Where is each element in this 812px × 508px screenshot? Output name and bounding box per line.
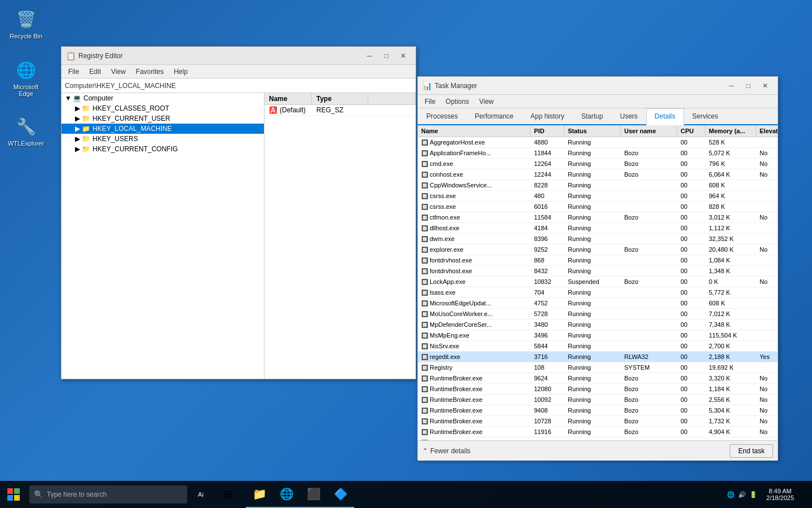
taskman-menu-file[interactable]: File [420, 97, 440, 107]
taskman-menu-view[interactable]: View [475, 97, 498, 107]
task-manager-close-button[interactable]: ✕ [757, 79, 773, 93]
taskbar-search-box[interactable]: 🔍 [29, 485, 187, 503]
proc-user: Bozo [621, 405, 677, 415]
registry-address-bar[interactable]: Computer\HKEY_LOCAL_MACHINE [61, 78, 416, 93]
tab-performance[interactable]: Performance [466, 108, 522, 124]
registry-tree[interactable]: ▼ 💻 Computer ▶ 📁 HKEY_CLASSES_ROOT ▶ 📁 H… [61, 93, 264, 379]
tray-battery-icon[interactable]: 🔋 [749, 491, 757, 498]
table-row[interactable]: 🔲regedit.exe 3716 Running RLWA32 00 2,18… [418, 352, 778, 362]
table-row[interactable]: 🔲LockApp.exe 10832 Suspended Bozo 00 0 K… [418, 277, 778, 287]
table-row[interactable]: 🔲RuntimeBroker.exe 9624 Running Bozo 00 … [418, 373, 778, 384]
table-row[interactable]: 🔲RuntimeBroker.exe 10728 Running Bozo 00… [418, 416, 778, 427]
table-row[interactable]: 🔲CppWindowsService... 8228 Running 00 60… [418, 180, 778, 191]
col-header-status[interactable]: Status [564, 125, 621, 137]
taskbar-task-view[interactable]: ⊞ [214, 481, 241, 508]
tree-folder-users: 📁 [82, 135, 90, 143]
tab-services[interactable]: Services [684, 108, 727, 124]
registry-close-button[interactable]: ✕ [395, 49, 411, 63]
registry-menu-favorites[interactable]: Favorites [131, 67, 168, 77]
search-input[interactable] [47, 491, 171, 498]
tree-item-users[interactable]: ▶ 📁 HKEY_USERS [61, 134, 264, 144]
taskman-menu-options[interactable]: Options [441, 97, 473, 107]
registry-menu-edit[interactable]: Edit [85, 67, 105, 77]
tab-users[interactable]: Users [611, 108, 646, 124]
table-row[interactable]: 🔲ctfmon.exe 11584 Running Bozo 00 3,012 … [418, 212, 778, 223]
tab-app-history[interactable]: App history [522, 108, 573, 124]
proc-status: Running [564, 341, 621, 351]
taskbar-app-terminal[interactable]: ⬛ [300, 481, 327, 508]
table-row[interactable]: 🔲AggregatorHost.exe 4880 Running 00 528 … [418, 137, 778, 148]
table-row[interactable]: 🔲MoUsoCoreWorker.e... 5728 Running 00 7,… [418, 309, 778, 319]
task-manager-minimize-button[interactable]: ─ [723, 79, 739, 93]
registry-maximize-button[interactable]: □ [378, 49, 394, 63]
start-button[interactable] [0, 481, 27, 508]
tray-sound-icon[interactable]: 🔊 [738, 491, 746, 498]
fewer-details-button[interactable]: ⌃ Fewer details [422, 447, 470, 455]
taskbar-app-file-explorer[interactable]: 📁 [246, 481, 273, 508]
table-row[interactable]: 🔲lsass.exe 704 Running 00 5,772 K [418, 287, 778, 298]
table-row[interactable]: 🔲fontdrvhost.exe 868 Running 00 1,084 K [418, 255, 778, 266]
tree-item-computer[interactable]: ▼ 💻 Computer [61, 93, 264, 103]
desktop-icon-edge[interactable]: 🌐 Microsoft Edge [6, 56, 46, 99]
registry-minimize-button[interactable]: ─ [361, 49, 377, 63]
registry-titlebar[interactable]: 📋 Registry Editor ─ □ ✕ [61, 47, 416, 65]
col-header-memory[interactable]: Memory (a... [705, 125, 756, 137]
taskbar-app-edge[interactable]: 🌐 [273, 481, 300, 508]
table-row[interactable]: 🔲Registry 108 Running SYSTEM 00 19,692 K [418, 362, 778, 373]
task-manager-scroll-area[interactable]: 🔲AggregatorHost.exe 4880 Running 00 528 … [418, 137, 778, 440]
table-row[interactable]: 🔲NisSrv.exe 5844 Running 00 2,700 K [418, 341, 778, 352]
end-task-button[interactable]: End task [730, 444, 773, 458]
table-row[interactable]: 🔲SearchApp.exe 9308 Suspended Bozo 00 0 … [418, 437, 778, 440]
table-row[interactable]: 🔲MpDefenderCoreSer... 3480 Running 00 7,… [418, 319, 778, 330]
table-row[interactable]: 🔲csrss.exe 480 Running 00 964 K [418, 191, 778, 202]
col-header-elevated[interactable]: Elevated [756, 125, 778, 137]
tab-startup[interactable]: Startup [573, 108, 612, 124]
table-row[interactable]: 🔲RuntimeBroker.exe 12080 Running Bozo 00… [418, 384, 778, 395]
registry-menu-help[interactable]: Help [169, 67, 192, 77]
task-manager-maximize-button[interactable]: □ [740, 79, 756, 93]
proc-cpu: 00 [677, 148, 705, 158]
tree-item-classes-root[interactable]: ▶ 📁 HKEY_CLASSES_ROOT [61, 103, 264, 113]
tab-details[interactable]: Details [646, 108, 684, 125]
task-manager-titlebar[interactable]: 📊 Task Manager ─ □ ✕ [418, 77, 778, 95]
table-row[interactable]: 🔲ApplicationFrameHo... 11844 Running Boz… [418, 148, 778, 159]
proc-status: Suspended [564, 437, 621, 440]
taskbar-ai-button[interactable]: Ai [187, 481, 214, 508]
table-row[interactable]: 🔲csrss.exe 6016 Running 00 828 K [418, 202, 778, 212]
col-header-pid[interactable]: PID [531, 125, 564, 137]
tree-item-current-user[interactable]: ▶ 📁 HKEY_CURRENT_USER [61, 113, 264, 124]
proc-name: 🔲RuntimeBroker.exe [418, 427, 531, 437]
tree-item-current-config[interactable]: ▶ 📁 HKEY_CURRENT_CONFIG [61, 144, 264, 154]
proc-memory: 964 K [705, 191, 756, 201]
col-header-username[interactable]: User name [621, 125, 677, 137]
table-row[interactable]: 🔲fontdrvhost.exe 8432 Running 00 1,348 K [418, 266, 778, 277]
table-row[interactable]: 🔲dwm.exe 8396 Running 00 32,352 K [418, 234, 778, 244]
table-row[interactable]: 🔲MicrosoftEdgeUpdat... 4752 Running 00 6… [418, 298, 778, 309]
table-row[interactable]: 🔲RuntimeBroker.exe 9408 Running Bozo 00 … [418, 405, 778, 416]
table-row[interactable]: 🔲RuntimeBroker.exe 11916 Running Bozo 00… [418, 427, 778, 437]
table-row[interactable]: 🔲dllhost.exe 4184 Running 00 1,112 K [418, 223, 778, 234]
registry-value-row-default[interactable]: 🅰️ (Default) REG_SZ [264, 105, 416, 116]
show-desktop-button[interactable] [798, 481, 812, 508]
proc-user: Bozo [621, 159, 677, 169]
desktop-icon-wtlexplorer[interactable]: 🔧 WTLExplorer [6, 113, 46, 149]
proc-pid: 9252 [531, 244, 564, 255]
table-row[interactable]: 🔲MsMpEng.exe 3496 Running 00 115,504 K [418, 330, 778, 341]
taskbar-clock[interactable]: 8:49 AM 2/18/2025 [762, 488, 798, 501]
table-row[interactable]: 🔲RuntimeBroker.exe 10092 Running Bozo 00… [418, 395, 778, 405]
proc-memory: 1,732 K [705, 416, 756, 426]
table-row[interactable]: 🔲cmd.exe 12264 Running Bozo 00 796 K No … [418, 159, 778, 169]
desktop-icon-recycle-bin[interactable]: 🗑️ Recycle Bin [6, 6, 46, 42]
proc-memory: 608 K [705, 180, 756, 190]
table-row[interactable]: 🔲conhost.exe 12244 Running Bozo 00 6,064… [418, 169, 778, 180]
tab-processes[interactable]: Processes [418, 108, 466, 124]
col-header-name[interactable]: Name [418, 125, 531, 137]
tray-network-icon[interactable]: 🌐 [727, 491, 735, 498]
registry-menu-file[interactable]: File [64, 67, 83, 77]
registry-col-type: Type [312, 93, 368, 104]
taskbar-app-misc[interactable]: 🔷 [327, 481, 354, 508]
tree-item-local-machine[interactable]: ▶ 📁 HKEY_LOCAL_MACHINE [61, 124, 264, 134]
registry-menu-view[interactable]: View [107, 67, 130, 77]
table-row[interactable]: 🔲explorer.exe 9252 Running Bozo 00 20,48… [418, 244, 778, 255]
col-header-cpu[interactable]: CPU [677, 125, 705, 137]
